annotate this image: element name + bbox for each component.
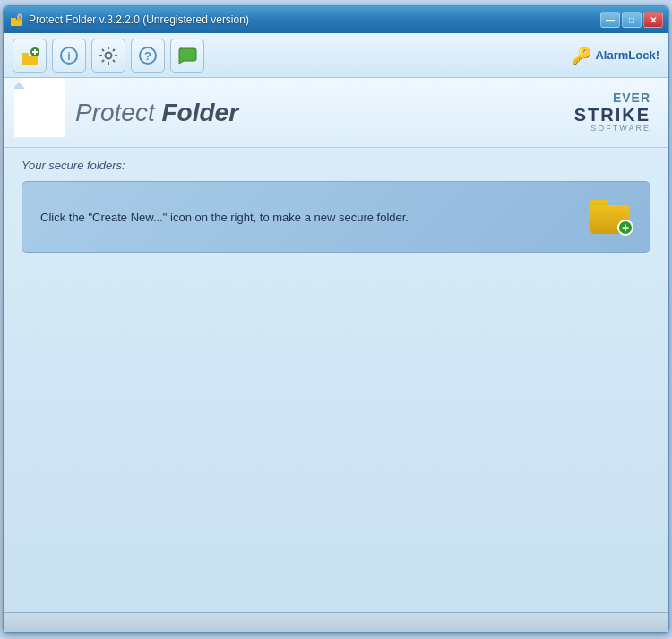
settings-button[interactable] — [91, 39, 125, 73]
alarm-lock-button[interactable]: 🔑 AlarmLock! — [572, 46, 659, 65]
svg-rect-6 — [22, 53, 29, 57]
svg-rect-1 — [11, 18, 16, 22]
brand-strike: STRIKE — [574, 105, 650, 125]
app-title-bold: Folder — [161, 99, 238, 126]
app-title: Protect Folder — [75, 99, 238, 127]
svg-rect-9 — [32, 51, 38, 53]
folder-icon-wrap: + — [590, 200, 630, 234]
brand-logo: EVER STRIKE SOFTWARE — [574, 91, 650, 134]
status-bar — [4, 612, 668, 632]
toolbar-left: i ? — [13, 39, 204, 73]
app-title-normal: Protect — [75, 99, 161, 126]
folders-section: Your secure folders: Click the "Create N… — [4, 148, 668, 612]
window-title: Protect Folder v.3.2.2.0 (Unregistered v… — [29, 13, 249, 26]
window-icon — [9, 13, 23, 27]
main-content: Protect Folder EVER STRIKE SOFTWARE Your… — [4, 78, 668, 612]
folders-container: Click the "Create New..." icon on the ri… — [22, 181, 650, 253]
svg-rect-4 — [20, 16, 21, 19]
main-window: Protect Folder v.3.2.2.0 (Unregistered v… — [3, 5, 669, 633]
svg-text:?: ? — [144, 49, 151, 63]
minimize-button[interactable]: — — [600, 12, 620, 28]
brand-software: SOFTWARE — [574, 125, 650, 134]
help-button[interactable]: ? — [131, 39, 165, 73]
toolbar: i ? 🔑 Alarm — [4, 33, 668, 78]
add-button[interactable] — [13, 39, 47, 73]
title-bar-left: Protect Folder v.3.2.2.0 (Unregistered v… — [9, 13, 249, 27]
svg-point-12 — [106, 52, 112, 58]
info-button[interactable]: i — [52, 39, 86, 73]
brand-ever: EVER — [574, 91, 650, 105]
alarm-lock-label: AlarmLock! — [595, 48, 659, 62]
chat-button[interactable] — [170, 39, 204, 73]
folders-hint-text: Click the "Create New..." icon on the ri… — [40, 211, 409, 224]
create-new-icon[interactable]: + — [589, 195, 632, 238]
corner-fold — [14, 78, 65, 137]
maximize-button[interactable]: □ — [622, 12, 642, 28]
title-bar: Protect Folder v.3.2.2.0 (Unregistered v… — [4, 6, 668, 33]
app-header: Protect Folder EVER STRIKE SOFTWARE — [4, 78, 668, 148]
close-button[interactable]: ✕ — [643, 12, 663, 28]
title-buttons: — □ ✕ — [600, 12, 663, 28]
svg-text:i: i — [67, 50, 70, 63]
folder-plus-icon: + — [617, 220, 633, 236]
section-label: Your secure folders: — [22, 159, 650, 172]
alarm-lock-icon: 🔑 — [572, 46, 591, 65]
